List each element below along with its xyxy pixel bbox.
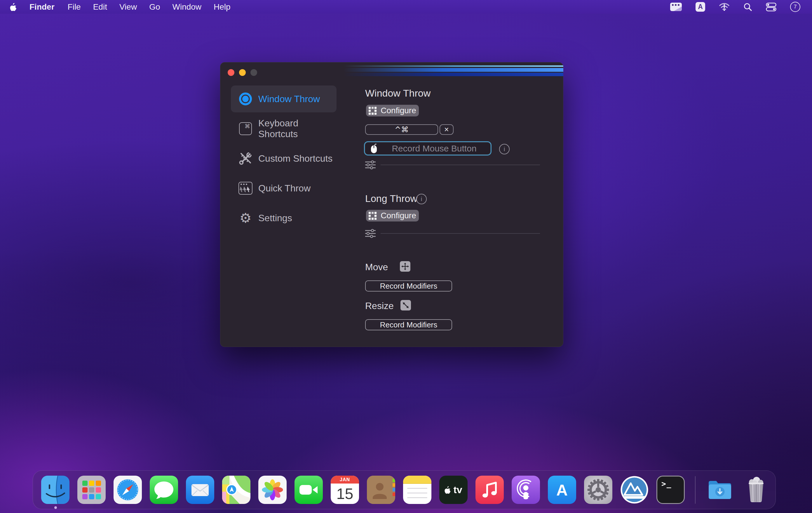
calendar-day: 15 — [331, 484, 359, 504]
shortcut-row: ^⌘ × — [365, 124, 454, 135]
dock: JAN 15 — [33, 471, 776, 509]
sidebar-item-label: Keyboard Shortcuts — [258, 118, 337, 140]
dock-icon-facetime[interactable] — [294, 476, 323, 504]
dock-icon-downloads[interactable] — [706, 476, 734, 504]
clear-shortcut-button[interactable]: × — [440, 124, 454, 135]
sidebar-item-label: Quick Throw — [258, 183, 311, 194]
divider — [381, 233, 540, 234]
gear-icon: ⚙ — [238, 211, 253, 225]
dock-icon-photos[interactable] — [258, 476, 287, 504]
move-cursor-icon — [400, 261, 410, 272]
fold-decoration — [673, 6, 682, 11]
sidebar-item-window-throw[interactable]: Window Throw — [231, 86, 337, 112]
options-sliders-icon-2[interactable] — [365, 229, 376, 239]
divider — [381, 164, 540, 165]
apple-menu-icon[interactable] — [4, 3, 23, 11]
dock-icon-terminal[interactable]: >_ — [657, 476, 685, 504]
sidebar-item-label: Settings — [258, 213, 292, 223]
tools-icon — [238, 152, 253, 165]
terminal-prompt-glyph: >_ — [661, 479, 672, 488]
sidebar-item-quick-throw[interactable]: Quick Throw — [231, 175, 337, 202]
menu-item-file[interactable]: File — [62, 0, 87, 14]
menu-item-go[interactable]: Go — [143, 0, 166, 14]
app-window: Window Throw ⌘ Keyboard Shortcuts — [220, 62, 563, 347]
command-key-icon: ⌘ — [238, 122, 253, 135]
dock-icon-music[interactable] — [475, 476, 504, 504]
menu-item-view[interactable]: View — [113, 0, 143, 14]
configure-button-long-throw[interactable]: Configure — [366, 210, 419, 221]
record-modifiers-button-move[interactable]: Record Modifiers — [365, 280, 452, 292]
record-mouse-button-field[interactable]: Record Mouse Button — [364, 141, 492, 155]
input-source-icon[interactable]: A — [696, 2, 705, 12]
dock-icon-safari[interactable] — [114, 476, 142, 504]
window-cursors-icon — [238, 182, 253, 194]
info-icon-mouse[interactable]: i — [499, 144, 510, 154]
dock-icon-maps[interactable] — [222, 476, 251, 504]
dock-icon-app-store[interactable]: A — [548, 476, 576, 504]
spotlight-search-icon[interactable] — [744, 3, 752, 11]
resize-cursor-icon — [401, 300, 411, 310]
menu-item-finder[interactable]: Finder — [23, 0, 62, 14]
shortcut-recorder-field[interactable]: ^⌘ — [365, 124, 438, 135]
minimize-button[interactable] — [239, 69, 246, 76]
dock-icon-tv[interactable]: tv — [439, 476, 468, 504]
resize-label: Resize — [365, 301, 394, 311]
menu-item-help[interactable]: Help — [207, 0, 237, 14]
move-label: Move — [365, 262, 388, 273]
record-modifiers-button-resize[interactable]: Record Modifiers — [365, 319, 452, 330]
tv-label: tv — [453, 484, 462, 495]
zoom-button-disabled — [251, 69, 257, 76]
dock-icon-finder[interactable] — [41, 476, 69, 504]
record-circle-icon — [238, 92, 253, 105]
dock-icon-mosaic[interactable] — [620, 476, 648, 504]
menu-item-window[interactable]: Window — [166, 0, 207, 14]
section-title-window-throw: Window Throw — [365, 88, 431, 99]
dock-icon-contacts[interactable] — [367, 476, 395, 504]
sidebar-item-label: Window Throw — [258, 94, 320, 104]
grid-icon — [369, 212, 377, 220]
dock-icon-system-preferences[interactable] — [584, 476, 612, 504]
section-title-long-throw: Long Throw — [365, 193, 417, 204]
apple-logo-icon — [10, 3, 18, 11]
calendar-month: JAN — [331, 476, 359, 484]
sidebar-item-label: Custom Shortcuts — [258, 153, 332, 164]
dock-icon-calendar[interactable]: JAN 15 — [331, 476, 359, 504]
close-button[interactable] — [228, 69, 234, 76]
mouse-icon — [370, 143, 378, 154]
desktop: Finder File Edit View Go Window Help A — [0, 0, 812, 513]
dock-separator — [695, 476, 696, 504]
mosaic-menubar-icon[interactable] — [670, 3, 682, 11]
options-sliders-icon-1[interactable] — [365, 160, 376, 171]
dock-icon-mail[interactable] — [186, 476, 214, 504]
sidebar-item-custom-shortcuts[interactable]: Custom Shortcuts — [231, 145, 337, 172]
menu-item-edit[interactable]: Edit — [87, 0, 113, 14]
grid-icon — [369, 107, 377, 115]
dock-icon-trash[interactable] — [742, 476, 770, 504]
info-icon-long-throw[interactable]: i — [416, 194, 427, 204]
control-center-icon[interactable] — [766, 3, 776, 11]
blue-streak-decoration — [344, 62, 563, 80]
dock-icon-launchpad[interactable] — [77, 476, 106, 504]
dock-icon-notes[interactable] — [403, 476, 431, 504]
wifi-alert-icon[interactable] — [719, 2, 730, 12]
menu-bar: Finder File Edit View Go Window Help A — [0, 0, 812, 14]
clock-widget-icon[interactable]: 7 — [790, 2, 800, 12]
configure-button-window-throw[interactable]: Configure — [366, 105, 419, 116]
window-controls — [228, 69, 257, 76]
record-mouse-placeholder: Record Mouse Button — [378, 144, 491, 153]
dock-icon-messages[interactable] — [150, 476, 178, 504]
dock-icon-podcasts[interactable] — [512, 476, 540, 504]
sidebar-item-keyboard-shortcuts[interactable]: ⌘ Keyboard Shortcuts — [231, 115, 337, 142]
sidebar: Window Throw ⌘ Keyboard Shortcuts — [231, 86, 337, 234]
sidebar-item-settings[interactable]: ⚙ Settings — [231, 205, 337, 232]
